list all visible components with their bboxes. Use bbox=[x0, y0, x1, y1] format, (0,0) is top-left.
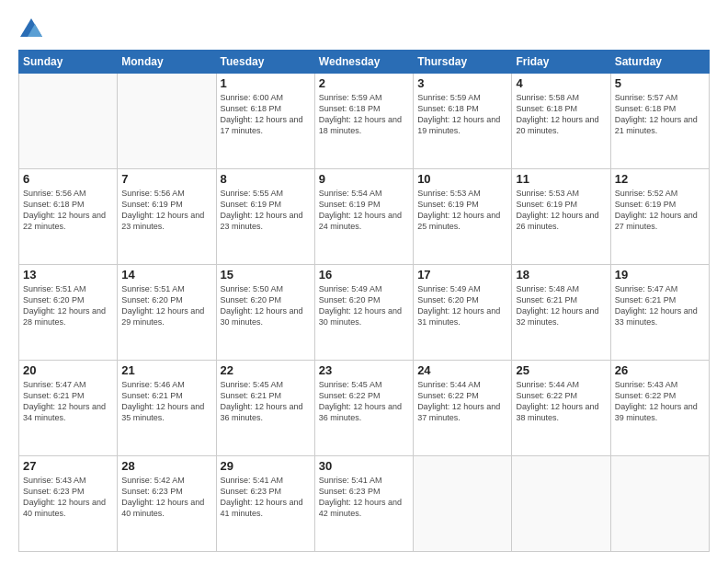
day-info: Sunrise: 5:51 AM Sunset: 6:20 PM Dayligh… bbox=[23, 283, 113, 328]
calendar-cell: 12Sunrise: 5:52 AM Sunset: 6:19 PM Dayli… bbox=[610, 169, 709, 265]
day-info: Sunrise: 5:52 AM Sunset: 6:19 PM Dayligh… bbox=[615, 188, 705, 233]
day-info: Sunrise: 5:43 AM Sunset: 6:23 PM Dayligh… bbox=[23, 475, 113, 520]
column-header-thursday: Thursday bbox=[414, 51, 512, 74]
column-header-friday: Friday bbox=[512, 51, 610, 74]
day-number: 24 bbox=[417, 363, 507, 377]
day-number: 1 bbox=[221, 76, 311, 90]
day-info: Sunrise: 5:55 AM Sunset: 6:19 PM Dayligh… bbox=[221, 188, 311, 233]
day-info: Sunrise: 5:59 AM Sunset: 6:18 PM Dayligh… bbox=[319, 92, 409, 137]
day-number: 2 bbox=[319, 76, 409, 90]
calendar-cell: 15Sunrise: 5:50 AM Sunset: 6:20 PM Dayli… bbox=[216, 265, 314, 361]
day-number: 6 bbox=[23, 172, 113, 186]
day-number: 22 bbox=[221, 363, 311, 377]
day-number: 14 bbox=[121, 268, 211, 282]
day-info: Sunrise: 5:41 AM Sunset: 6:23 PM Dayligh… bbox=[221, 475, 311, 520]
calendar-cell: 17Sunrise: 5:49 AM Sunset: 6:20 PM Dayli… bbox=[414, 265, 512, 361]
column-header-wednesday: Wednesday bbox=[314, 51, 413, 74]
calendar-cell: 28Sunrise: 5:42 AM Sunset: 6:23 PM Dayli… bbox=[118, 456, 216, 552]
day-info: Sunrise: 5:58 AM Sunset: 6:18 PM Dayligh… bbox=[516, 92, 606, 137]
calendar-header-row: SundayMondayTuesdayWednesdayThursdayFrid… bbox=[19, 51, 710, 74]
logo-icon bbox=[18, 15, 44, 40]
day-info: Sunrise: 5:53 AM Sunset: 6:19 PM Dayligh… bbox=[417, 188, 507, 233]
calendar-week-row: 6Sunrise: 5:56 AM Sunset: 6:18 PM Daylig… bbox=[19, 169, 710, 265]
day-info: Sunrise: 5:50 AM Sunset: 6:20 PM Dayligh… bbox=[221, 283, 311, 328]
day-info: Sunrise: 5:41 AM Sunset: 6:23 PM Dayligh… bbox=[319, 475, 409, 520]
calendar-week-row: 13Sunrise: 5:51 AM Sunset: 6:20 PM Dayli… bbox=[19, 265, 710, 361]
day-info: Sunrise: 5:54 AM Sunset: 6:19 PM Dayligh… bbox=[319, 188, 409, 233]
day-info: Sunrise: 5:43 AM Sunset: 6:22 PM Dayligh… bbox=[615, 379, 705, 424]
day-info: Sunrise: 5:45 AM Sunset: 6:22 PM Dayligh… bbox=[319, 379, 409, 424]
day-number: 11 bbox=[516, 172, 606, 186]
calendar-cell: 19Sunrise: 5:47 AM Sunset: 6:21 PM Dayli… bbox=[610, 265, 709, 361]
day-number: 23 bbox=[319, 363, 409, 377]
calendar-cell: 5Sunrise: 5:57 AM Sunset: 6:18 PM Daylig… bbox=[610, 74, 709, 169]
calendar-cell: 27Sunrise: 5:43 AM Sunset: 6:23 PM Dayli… bbox=[19, 456, 118, 552]
calendar-cell: 1Sunrise: 6:00 AM Sunset: 6:18 PM Daylig… bbox=[216, 74, 314, 169]
day-info: Sunrise: 5:45 AM Sunset: 6:21 PM Dayligh… bbox=[221, 379, 311, 424]
calendar-cell: 9Sunrise: 5:54 AM Sunset: 6:19 PM Daylig… bbox=[314, 169, 413, 265]
day-info: Sunrise: 5:49 AM Sunset: 6:20 PM Dayligh… bbox=[319, 283, 409, 328]
day-info: Sunrise: 5:51 AM Sunset: 6:20 PM Dayligh… bbox=[121, 283, 211, 328]
day-info: Sunrise: 5:42 AM Sunset: 6:23 PM Dayligh… bbox=[121, 475, 211, 520]
calendar-cell: 29Sunrise: 5:41 AM Sunset: 6:23 PM Dayli… bbox=[216, 456, 314, 552]
calendar-cell bbox=[118, 74, 216, 169]
day-info: Sunrise: 6:00 AM Sunset: 6:18 PM Dayligh… bbox=[221, 92, 311, 137]
day-info: Sunrise: 5:48 AM Sunset: 6:21 PM Dayligh… bbox=[516, 283, 606, 328]
calendar-week-row: 27Sunrise: 5:43 AM Sunset: 6:23 PM Dayli… bbox=[19, 456, 710, 552]
calendar-cell: 14Sunrise: 5:51 AM Sunset: 6:20 PM Dayli… bbox=[118, 265, 216, 361]
calendar-cell: 10Sunrise: 5:53 AM Sunset: 6:19 PM Dayli… bbox=[414, 169, 512, 265]
calendar-cell: 2Sunrise: 5:59 AM Sunset: 6:18 PM Daylig… bbox=[314, 74, 413, 169]
day-number: 29 bbox=[221, 459, 311, 473]
day-number: 7 bbox=[121, 172, 211, 186]
calendar-cell: 30Sunrise: 5:41 AM Sunset: 6:23 PM Dayli… bbox=[314, 456, 413, 552]
calendar-cell bbox=[19, 74, 118, 169]
day-info: Sunrise: 5:49 AM Sunset: 6:20 PM Dayligh… bbox=[417, 283, 507, 328]
day-number: 12 bbox=[615, 172, 705, 186]
page: SundayMondayTuesdayWednesdayThursdayFrid… bbox=[0, 0, 728, 563]
column-header-monday: Monday bbox=[118, 51, 216, 74]
calendar-cell: 3Sunrise: 5:59 AM Sunset: 6:18 PM Daylig… bbox=[414, 74, 512, 169]
day-info: Sunrise: 5:59 AM Sunset: 6:18 PM Dayligh… bbox=[417, 92, 507, 137]
day-number: 27 bbox=[23, 459, 113, 473]
calendar-cell: 11Sunrise: 5:53 AM Sunset: 6:19 PM Dayli… bbox=[512, 169, 610, 265]
day-number: 17 bbox=[417, 268, 507, 282]
day-number: 13 bbox=[23, 268, 113, 282]
day-number: 18 bbox=[516, 268, 606, 282]
day-number: 4 bbox=[516, 76, 606, 90]
day-info: Sunrise: 5:46 AM Sunset: 6:21 PM Dayligh… bbox=[121, 379, 211, 424]
day-number: 20 bbox=[23, 363, 113, 377]
header bbox=[18, 15, 710, 40]
calendar-cell: 25Sunrise: 5:44 AM Sunset: 6:22 PM Dayli… bbox=[512, 361, 610, 456]
calendar-cell: 8Sunrise: 5:55 AM Sunset: 6:19 PM Daylig… bbox=[216, 169, 314, 265]
day-number: 5 bbox=[615, 76, 705, 90]
day-number: 15 bbox=[221, 268, 311, 282]
calendar-cell: 24Sunrise: 5:44 AM Sunset: 6:22 PM Dayli… bbox=[414, 361, 512, 456]
calendar-cell: 18Sunrise: 5:48 AM Sunset: 6:21 PM Dayli… bbox=[512, 265, 610, 361]
day-number: 25 bbox=[516, 363, 606, 377]
column-header-saturday: Saturday bbox=[610, 51, 709, 74]
calendar-cell bbox=[512, 456, 610, 552]
calendar-cell: 22Sunrise: 5:45 AM Sunset: 6:21 PM Dayli… bbox=[216, 361, 314, 456]
calendar-cell bbox=[610, 456, 709, 552]
day-number: 9 bbox=[319, 172, 409, 186]
day-info: Sunrise: 5:47 AM Sunset: 6:21 PM Dayligh… bbox=[615, 283, 705, 328]
logo bbox=[18, 15, 50, 40]
day-info: Sunrise: 5:56 AM Sunset: 6:19 PM Dayligh… bbox=[121, 188, 211, 233]
column-header-sunday: Sunday bbox=[19, 51, 118, 74]
calendar-cell: 21Sunrise: 5:46 AM Sunset: 6:21 PM Dayli… bbox=[118, 361, 216, 456]
calendar-table: SundayMondayTuesdayWednesdayThursdayFrid… bbox=[18, 50, 710, 552]
calendar-cell: 7Sunrise: 5:56 AM Sunset: 6:19 PM Daylig… bbox=[118, 169, 216, 265]
day-info: Sunrise: 5:44 AM Sunset: 6:22 PM Dayligh… bbox=[417, 379, 507, 424]
day-number: 3 bbox=[417, 76, 507, 90]
day-number: 21 bbox=[121, 363, 211, 377]
day-info: Sunrise: 5:44 AM Sunset: 6:22 PM Dayligh… bbox=[516, 379, 606, 424]
calendar-week-row: 20Sunrise: 5:47 AM Sunset: 6:21 PM Dayli… bbox=[19, 361, 710, 456]
day-number: 19 bbox=[615, 268, 705, 282]
day-info: Sunrise: 5:57 AM Sunset: 6:18 PM Dayligh… bbox=[615, 92, 705, 137]
day-info: Sunrise: 5:56 AM Sunset: 6:18 PM Dayligh… bbox=[23, 188, 113, 233]
day-number: 26 bbox=[615, 363, 705, 377]
day-info: Sunrise: 5:47 AM Sunset: 6:21 PM Dayligh… bbox=[23, 379, 113, 424]
day-number: 30 bbox=[319, 459, 409, 473]
calendar-cell: 4Sunrise: 5:58 AM Sunset: 6:18 PM Daylig… bbox=[512, 74, 610, 169]
calendar-cell: 26Sunrise: 5:43 AM Sunset: 6:22 PM Dayli… bbox=[610, 361, 709, 456]
